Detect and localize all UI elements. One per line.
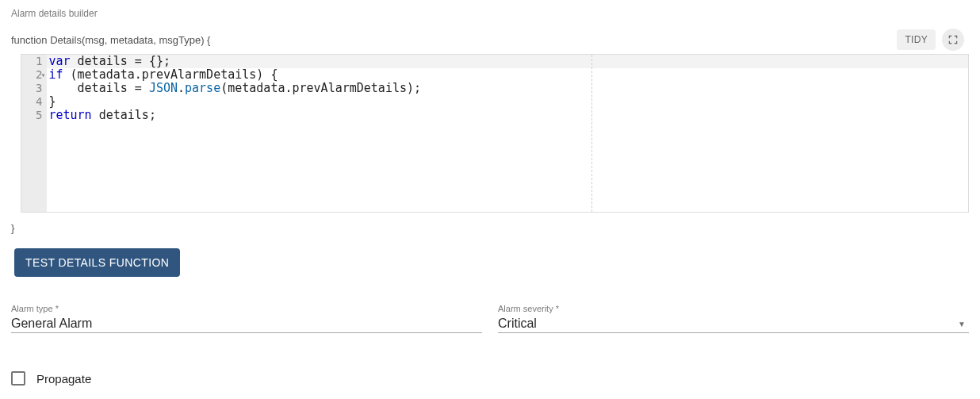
propagate-checkbox[interactable]: Propagate (11, 371, 969, 386)
alarm-type-field[interactable]: Alarm type * (11, 304, 482, 333)
alarm-type-label: Alarm type * (11, 304, 482, 313)
code-line[interactable]: return details; (48, 109, 968, 122)
function-signature: function Details(msg, metadata, msgType)… (11, 34, 210, 46)
test-details-function-button[interactable]: TEST DETAILS FUNCTION (14, 248, 180, 277)
alarm-type-input[interactable] (11, 317, 482, 331)
fold-caret-icon[interactable]: ▾ (40, 68, 45, 82)
alarm-severity-label: Alarm severity * (498, 304, 969, 313)
fullscreen-button[interactable] (942, 29, 964, 51)
editor-gutter: 12▾345 (21, 55, 47, 212)
fullscreen-icon (947, 34, 959, 45)
code-line[interactable]: if (metadata.prevAlarmDetails) { (48, 68, 968, 82)
editor-header-actions: TIDY (897, 29, 964, 51)
editor-split-divider[interactable] (591, 55, 592, 212)
chevron-down-icon: ▼ (958, 320, 966, 328)
alarm-severity-value: Critical (498, 317, 537, 331)
editor-code-area[interactable]: var details = {};if (metadata.prevAlarmD… (47, 55, 968, 122)
section-label: Alarm details builder (11, 8, 969, 19)
alarm-severity-field[interactable]: Alarm severity * Critical ▼ (498, 304, 969, 333)
code-line[interactable]: } (48, 95, 968, 109)
code-line[interactable]: var details = {}; (48, 55, 968, 68)
gutter-line-number: 3 (36, 82, 42, 95)
gutter-line-number: 1 (36, 55, 42, 68)
checkbox-box-icon (11, 371, 25, 386)
propagate-label: Propagate (36, 372, 91, 386)
function-closing-brace: } (11, 222, 969, 234)
code-editor[interactable]: 12▾345 var details = {};if (metadata.pre… (21, 54, 969, 213)
tidy-button[interactable]: TIDY (897, 29, 936, 50)
gutter-line-number: 2▾ (36, 68, 42, 82)
code-line[interactable]: details = JSON.parse(metadata.prevAlarmD… (48, 82, 968, 95)
function-header-row: function Details(msg, metadata, msgType)… (11, 29, 969, 51)
gutter-line-number: 4 (36, 95, 42, 109)
gutter-line-number: 5 (36, 109, 42, 122)
